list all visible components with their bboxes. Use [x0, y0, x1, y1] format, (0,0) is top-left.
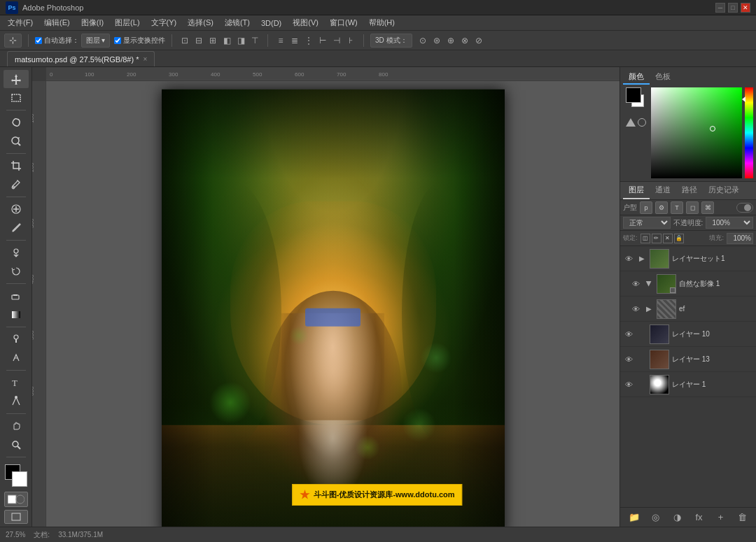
dist-bottom[interactable]: ⋮ [302, 34, 315, 47]
color-tab-color[interactable]: 颜色 [623, 70, 650, 85]
auto-select-check[interactable]: 自动选择： 图层 ▾ [35, 34, 110, 48]
eraser-tool[interactable] [4, 287, 29, 305]
menu-item-f[interactable]: 文件(F) [3, 16, 38, 29]
menu-item-e[interactable]: 编辑(E) [39, 16, 75, 29]
eyedropper-tool[interactable] [4, 176, 29, 194]
maximize-button[interactable]: □ [728, 3, 738, 13]
hue-slider[interactable] [745, 87, 753, 178]
panel-tab-history[interactable]: 历史记录 [703, 182, 745, 199]
3d-icon-1[interactable]: ⊙ [416, 34, 429, 47]
dist-right[interactable]: ⊦ [344, 34, 357, 47]
filter-shape[interactable]: ◻ [686, 201, 699, 214]
menu-item-s[interactable]: 选择(S) [183, 16, 218, 29]
close-button[interactable]: ✕ [741, 3, 750, 13]
align-hcenter[interactable]: ◨ [234, 34, 247, 47]
active-tab[interactable]: matsumoto.psd @ 27.5%(RGB/8#) * × [7, 51, 155, 66]
reset-colors-icon[interactable] [626, 118, 636, 127]
layer-item-5[interactable]: 👁 レイヤー 1 [620, 372, 756, 397]
layer-item-0[interactable]: 👁 ▶ レイヤーセット1 [620, 246, 756, 271]
lock-position[interactable]: ✕ [663, 234, 673, 243]
brush-tool[interactable] [4, 219, 29, 237]
lock-image[interactable]: ✏ [652, 234, 662, 243]
fill-input[interactable] [727, 233, 753, 244]
layer-item-3[interactable]: 👁 レイヤー 10 [620, 322, 756, 347]
layer-expand-1[interactable]: ▶ [645, 281, 653, 287]
menu-item-l[interactable]: 图层(L) [110, 16, 144, 29]
add-style-btn[interactable]: fx [692, 511, 706, 525]
dist-top[interactable]: ≡ [274, 34, 287, 47]
3d-icon-2[interactable]: ⊛ [430, 34, 443, 47]
align-vcenter[interactable]: ⊟ [192, 34, 205, 47]
background-color[interactable] [12, 471, 27, 487]
layer-expand-0[interactable]: ▶ [639, 255, 645, 262]
history-brush-tool[interactable] [4, 262, 29, 280]
layer-item-2[interactable]: 👁 ▶ ef [620, 297, 756, 322]
move-tool[interactable] [4, 70, 29, 88]
pen-tool[interactable] [4, 349, 29, 367]
layer-eye-0[interactable]: 👁 [623, 253, 634, 264]
panel-tab-layers[interactable]: 图层 [623, 182, 650, 199]
align-top[interactable]: ⊡ [178, 34, 191, 47]
layer-item-4[interactable]: 👁 レイヤー 13 [620, 347, 756, 372]
delete-layer-btn[interactable]: 🗑 [736, 511, 750, 525]
dodge-tool[interactable] [4, 330, 29, 348]
layer-item-1[interactable]: 👁 ▶ 自然な影像 1 [620, 271, 756, 297]
minimize-button[interactable]: ─ [715, 3, 725, 13]
lasso-tool[interactable] [4, 113, 29, 131]
menu-item-t[interactable]: 滤镜(T) [220, 16, 255, 29]
quick-select-tool[interactable] [4, 132, 29, 150]
add-mask-btn[interactable]: ◎ [649, 511, 663, 525]
auto-select-dropdown[interactable]: 图层 ▾ [81, 34, 110, 48]
panel-tab-channels[interactable]: 通道 [650, 182, 676, 199]
zoom-tool[interactable] [4, 436, 29, 454]
saturation-value-field[interactable] [651, 87, 742, 178]
layer-eye-2[interactable]: 👁 [630, 304, 641, 315]
menu-item-y[interactable]: 文字(Y) [146, 16, 182, 29]
align-right[interactable]: ⊤ [248, 34, 261, 47]
tab-close-button[interactable]: × [143, 55, 147, 63]
color-gradient-picker[interactable] [651, 87, 742, 178]
filter-adjust[interactable]: ⚙ [655, 201, 668, 214]
text-tool[interactable]: T [4, 373, 29, 392]
3d-icon-5[interactable]: ⊘ [472, 34, 485, 47]
lock-all[interactable]: 🔒 [674, 234, 684, 243]
menu-item-h[interactable]: 帮助(H) [364, 16, 400, 29]
layer-expand-2[interactable]: ▶ [646, 305, 652, 313]
screen-mode-btn[interactable] [4, 510, 28, 524]
3d-icon-3[interactable]: ⊕ [444, 34, 457, 47]
opacity-select[interactable]: 100% [706, 217, 753, 229]
filter-smart[interactable]: ⌘ [701, 201, 714, 214]
layer-eye-4[interactable]: 👁 [623, 354, 634, 365]
hand-tool[interactable] [4, 417, 29, 435]
add-group-btn[interactable]: 📁 [627, 511, 641, 525]
color-tab-swatches[interactable]: 色板 [650, 70, 676, 85]
menu-item-v[interactable]: 视图(V) [288, 16, 323, 29]
menu-item-i[interactable]: 图像(I) [76, 16, 108, 29]
align-bottom[interactable]: ⊞ [206, 34, 219, 47]
3d-icon-4[interactable]: ⊗ [458, 34, 471, 47]
filter-type[interactable]: T [671, 201, 683, 214]
color-swatches[interactable] [4, 463, 29, 488]
dist-hcenter[interactable]: ⊣ [330, 34, 343, 47]
align-left[interactable]: ◧ [220, 34, 233, 47]
path-select-tool[interactable] [4, 392, 29, 411]
layer-eye-1[interactable]: 👁 [630, 278, 641, 290]
quick-mask-btn[interactable] [4, 492, 28, 507]
panel-tab-paths[interactable]: 路径 [676, 182, 703, 199]
lock-transparent[interactable]: ◫ [640, 234, 650, 243]
new-layer-btn[interactable]: + [714, 511, 728, 525]
blend-mode-select[interactable]: 正常 [623, 217, 671, 229]
layer-eye-3[interactable]: 👁 [623, 329, 634, 340]
filter-pixel[interactable]: p [640, 201, 652, 214]
healing-tool[interactable] [4, 200, 29, 218]
layer-eye-5[interactable]: 👁 [623, 379, 634, 390]
dist-vcenter[interactable]: ≣ [288, 34, 301, 47]
crop-tool[interactable] [4, 157, 29, 175]
filter-toggle[interactable] [736, 203, 753, 213]
clone-tool[interactable] [4, 243, 29, 262]
switch-colors-icon[interactable] [638, 118, 646, 127]
show-transform-check[interactable]: 显示变换控件 [114, 36, 165, 45]
add-adjustment-btn[interactable]: ◑ [671, 511, 685, 525]
menu-item-w[interactable]: 窗口(W) [325, 16, 363, 29]
menu-item-dd[interactable]: 3D(D) [256, 17, 286, 29]
